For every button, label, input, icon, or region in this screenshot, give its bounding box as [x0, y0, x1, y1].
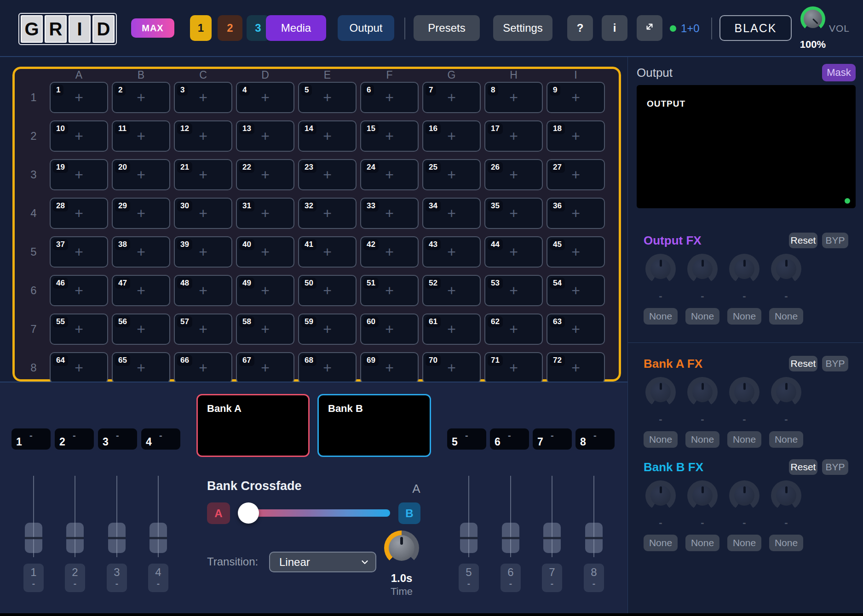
- fx-slot-select[interactable]: None: [685, 431, 719, 448]
- grid-cell[interactable]: 20+: [112, 159, 170, 190]
- scene-button-3[interactable]: 3-: [98, 428, 137, 450]
- scene-button-2[interactable]: 2-: [55, 428, 94, 450]
- grid-cell[interactable]: 27+: [547, 159, 605, 190]
- fader-handle[interactable]: [460, 523, 478, 553]
- fx-slot-select[interactable]: None: [727, 431, 761, 448]
- grid-cell[interactable]: 63+: [547, 314, 605, 345]
- grid-cell[interactable]: 14+: [298, 120, 357, 152]
- fx-knob[interactable]: [645, 480, 676, 511]
- scene-button-4[interactable]: 4-: [141, 428, 180, 450]
- grid-cell[interactable]: 4+: [236, 82, 294, 113]
- grid-cell[interactable]: 52+: [422, 275, 481, 306]
- grid-cell[interactable]: 44+: [484, 236, 543, 268]
- grid-cell[interactable]: 55+: [50, 314, 108, 345]
- grid-cell[interactable]: 46+: [50, 275, 108, 306]
- volume-knob[interactable]: [800, 6, 825, 31]
- fader-button-7[interactable]: 7-: [542, 564, 562, 592]
- fx-knob[interactable]: [687, 377, 718, 407]
- grid-cell[interactable]: 59+: [298, 314, 357, 345]
- black-button[interactable]: BLACK: [719, 15, 792, 41]
- grid-cell[interactable]: 47+: [112, 275, 170, 306]
- tab-media[interactable]: Media: [266, 15, 326, 41]
- fx-knob[interactable]: [771, 377, 801, 407]
- fx-slot-select[interactable]: None: [727, 308, 761, 325]
- grid-cell[interactable]: 5+: [298, 82, 357, 113]
- grid-cell[interactable]: 33+: [360, 198, 419, 229]
- fx-slot-select[interactable]: None: [644, 308, 678, 325]
- scene-button-6[interactable]: 6-: [490, 428, 529, 450]
- bypass-button[interactable]: BYP: [822, 356, 848, 371]
- crossfade-a-badge[interactable]: A: [207, 502, 230, 524]
- fx-slot-select[interactable]: None: [769, 535, 803, 551]
- tab-1[interactable]: 1: [190, 15, 212, 41]
- grid-cell[interactable]: 18+: [547, 120, 605, 152]
- grid-cell[interactable]: 49+: [236, 275, 294, 306]
- grid-cell[interactable]: 70+: [422, 352, 481, 382]
- grid-cell[interactable]: 40+: [236, 236, 294, 268]
- grid-cell[interactable]: 51+: [360, 275, 419, 306]
- bypass-button[interactable]: BYP: [822, 459, 848, 475]
- grid-cell[interactable]: 61+: [422, 314, 481, 345]
- grid-cell[interactable]: 37+: [50, 236, 108, 268]
- grid-cell[interactable]: 21+: [174, 159, 232, 190]
- fx-knob[interactable]: [687, 480, 718, 511]
- reset-button[interactable]: Reset: [789, 356, 817, 371]
- grid-cell[interactable]: 30+: [174, 198, 232, 229]
- grid-cell[interactable]: 50+: [298, 275, 357, 306]
- mask-button[interactable]: Mask: [822, 64, 856, 81]
- crossfade-b-badge[interactable]: B: [398, 502, 420, 524]
- grid-cell[interactable]: 67+: [236, 352, 294, 382]
- grid-cell[interactable]: 48+: [174, 275, 232, 306]
- presets-button[interactable]: Presets: [414, 15, 480, 41]
- grid-cell[interactable]: 24+: [360, 159, 419, 190]
- grid-cell[interactable]: 68+: [298, 352, 357, 382]
- grid-cell[interactable]: 41+: [298, 236, 357, 268]
- grid-cell[interactable]: 58+: [236, 314, 294, 345]
- fx-knob[interactable]: [771, 254, 801, 284]
- fx-knob[interactable]: [729, 377, 759, 407]
- fx-knob[interactable]: [687, 254, 718, 284]
- grid-cell[interactable]: 1+: [50, 82, 108, 113]
- fader-handle[interactable]: [543, 523, 561, 553]
- fullscreen-button[interactable]: [637, 15, 662, 41]
- transition-time-knob[interactable]: [384, 530, 419, 565]
- fx-slot-select[interactable]: None: [685, 535, 719, 551]
- fader-button-6[interactable]: 6-: [501, 564, 521, 592]
- grid-cell[interactable]: 43+: [422, 236, 481, 268]
- fader-handle[interactable]: [66, 523, 84, 553]
- grid-cell[interactable]: 8+: [484, 82, 543, 113]
- fader-handle[interactable]: [150, 523, 167, 553]
- grid-cell[interactable]: 11+: [112, 120, 170, 152]
- scene-button-8[interactable]: 8-: [575, 428, 615, 450]
- grid-cell[interactable]: 23+: [298, 159, 357, 190]
- grid-cell[interactable]: 6+: [360, 82, 419, 113]
- grid-cell[interactable]: 31+: [236, 198, 294, 229]
- grid-cell[interactable]: 62+: [484, 314, 543, 345]
- fx-knob[interactable]: [645, 254, 676, 284]
- fader-button-8[interactable]: 8-: [584, 564, 604, 592]
- grid-cell[interactable]: 53+: [484, 275, 543, 306]
- grid-cell[interactable]: 7+: [422, 82, 481, 113]
- grid-cell[interactable]: 56+: [112, 314, 170, 345]
- reset-button[interactable]: Reset: [789, 459, 817, 475]
- fx-slot-select[interactable]: None: [644, 431, 678, 448]
- grid-cell[interactable]: 10+: [50, 120, 108, 152]
- grid-cell[interactable]: 9+: [547, 82, 605, 113]
- crossfade-slider-thumb[interactable]: [238, 502, 259, 524]
- scene-button-7[interactable]: 7-: [533, 428, 572, 450]
- tab-2[interactable]: 2: [218, 15, 242, 41]
- fader-button-5[interactable]: 5-: [459, 564, 479, 592]
- fader-handle[interactable]: [25, 523, 42, 553]
- grid-cell[interactable]: 72+: [547, 352, 605, 382]
- grid-cell[interactable]: 26+: [484, 159, 543, 190]
- fx-slot-select[interactable]: None: [685, 308, 719, 325]
- info-button[interactable]: i: [602, 15, 627, 41]
- fader-button-4[interactable]: 4-: [148, 564, 168, 592]
- grid-cell[interactable]: 35+: [484, 198, 543, 229]
- fx-slot-select[interactable]: None: [769, 308, 803, 325]
- grid-cell[interactable]: 39+: [174, 236, 232, 268]
- grid-cell[interactable]: 34+: [422, 198, 481, 229]
- grid-cell[interactable]: 57+: [174, 314, 232, 345]
- grid-cell[interactable]: 65+: [112, 352, 170, 382]
- grid-cell[interactable]: 32+: [298, 198, 357, 229]
